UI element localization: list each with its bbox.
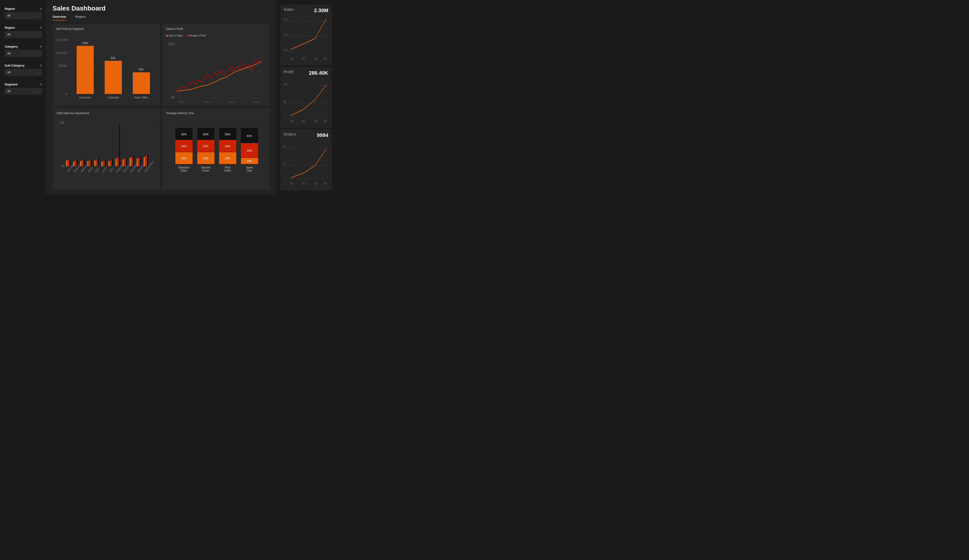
metric-card-profit: Profit 286.40K 100K 50K 2016 2017 2018 2… (280, 67, 331, 128)
tab-region[interactable]: Region (75, 15, 86, 20)
chart-avg-delivery: Average Delivery Time 33% 34% 33% Standa… (162, 108, 270, 190)
svg-text:2016: 2016 (290, 181, 293, 186)
filter-select-region-2[interactable]: All ⌄ (5, 31, 42, 38)
sales-metric-svg: 0.8M 0.6M 0.4M 2016 2017 2018 2019 (284, 15, 328, 63)
metric-profit-header: Profit 286.40K (284, 70, 328, 76)
svg-text:2016: 2016 (290, 56, 293, 60)
svg-text:0: 0 (66, 92, 67, 96)
svg-text:Second: Second (201, 166, 210, 169)
svg-rect-46 (110, 160, 112, 166)
svg-rect-52 (124, 158, 126, 166)
main-content: Sales Dashboard Overview Region Net Prof… (47, 0, 276, 195)
metric-orders-label: Orders (284, 132, 296, 136)
filter-subcategory: Sub-Category ∨ All ⌄ (5, 64, 42, 76)
metric-sales-chart: 0.8M 0.6M 0.4M 2016 2017 2018 2019 (284, 15, 328, 63)
tab-overview[interactable]: Overview (53, 15, 66, 20)
filter-label-category: Category ∨ (5, 45, 42, 48)
page-title: Sales Dashboard (53, 5, 270, 12)
down-arrow-5: ⌄ (37, 90, 39, 93)
down-arrow-2: ⌄ (37, 33, 39, 36)
svg-text:200K: 200K (168, 42, 175, 46)
svg-text:Class: Class (180, 169, 187, 172)
svg-text:34%: 34% (181, 145, 186, 148)
svg-text:Same: Same (246, 166, 253, 169)
chevron-icon-1: ∨ (40, 7, 42, 10)
metric-orders-value: 9994 (317, 132, 328, 138)
bar-corporate (105, 61, 122, 94)
svg-rect-47 (112, 159, 113, 166)
filter-select-region-1[interactable]: All ⌄ (5, 12, 42, 19)
orders-line (291, 149, 326, 178)
down-arrow-3: ⌄ (37, 52, 39, 55)
filter-select-category[interactable]: All ⌄ (5, 50, 42, 57)
svg-text:33%: 33% (225, 133, 230, 136)
svg-text:2017: 2017 (302, 56, 305, 60)
profit-line (291, 85, 326, 115)
chevron-icon-3: ∨ (40, 45, 42, 48)
net-profit-svg: 1,50,000 1,00,000 50,000 0 134K 92K 60K (56, 33, 156, 103)
chart-net-profit-title: Net Profit by Segment (56, 27, 156, 31)
svg-text:100K: 100K (284, 82, 287, 86)
filter-segment: Segment ∨ All ⌄ (5, 83, 42, 95)
sales-line (291, 19, 326, 50)
filter-select-subcategory[interactable]: All ⌄ (5, 69, 42, 76)
svg-text:First: First (225, 166, 230, 169)
chevron-icon-2: ∨ (40, 26, 42, 29)
sidebar: Region ∨ All ⌄ Region ∨ All ⌄ Category ∨ (0, 0, 47, 195)
svg-text:2017: 2017 (203, 101, 210, 103)
svg-rect-50 (119, 123, 120, 166)
down-arrow-4: ⌄ (37, 71, 39, 74)
svg-text:134K: 134K (82, 41, 88, 45)
filter-category: Category ∨ All ⌄ (5, 45, 42, 57)
filter-select-segment[interactable]: All ⌄ (5, 88, 42, 95)
charts-grid: Net Profit by Segment 1,50,000 1,00,000 … (53, 24, 270, 190)
chart-net-profit: Net Profit by Segment 1,50,000 1,00,000 … (53, 24, 160, 106)
svg-text:1,50,000: 1,50,000 (56, 38, 67, 42)
metric-orders-chart: 3K 2K 2016 2017 2018 2019 (284, 139, 328, 187)
svg-rect-36 (87, 161, 88, 166)
svg-rect-45 (108, 161, 110, 166)
svg-rect-38 (91, 160, 92, 166)
filter-label-subcategory: Sub-Category ∨ (5, 64, 42, 67)
chart-avg-delivery-title: Average Delivery Time (166, 111, 266, 115)
metric-profit-value: 286.40K (309, 70, 328, 76)
svg-text:2019: 2019 (323, 119, 327, 123)
svg-text:2018: 2018 (314, 56, 318, 60)
svg-text:2019: 2019 (253, 101, 260, 103)
svg-rect-39 (94, 161, 95, 166)
chart-avg-delivery-area: 33% 34% 33% Standard Class 34% 33% 33 (166, 117, 266, 187)
svg-text:20K: 20K (60, 121, 65, 125)
svg-text:2017: 2017 (302, 119, 305, 123)
svg-rect-37 (89, 160, 90, 166)
legend-sum-sales: Sum of Sales (166, 34, 183, 37)
svg-text:June: June (102, 165, 108, 173)
metric-orders-header: Orders 9994 (284, 132, 328, 138)
bar-consumer (77, 46, 94, 94)
svg-text:0K: 0K (171, 95, 175, 100)
svg-text:2016: 2016 (178, 101, 185, 103)
chart-sales-profit-area: Sum of Sales Average of Profit 200K (166, 33, 266, 103)
svg-rect-34 (82, 160, 83, 166)
chart-total-sales: Total Sales by Department 20K 0K (53, 108, 160, 190)
legend-dot-sales (166, 35, 168, 37)
svg-text:60K: 60K (139, 68, 144, 71)
svg-text:Consumer: Consumer (79, 96, 91, 99)
svg-text:Corporate: Corporate (108, 96, 119, 99)
svg-rect-31 (75, 161, 76, 166)
svg-text:Class: Class (202, 169, 209, 172)
svg-text:2018: 2018 (314, 181, 318, 186)
svg-text:33%: 33% (203, 145, 208, 148)
svg-rect-49 (117, 158, 118, 166)
chart-total-sales-title: Total Sales by Department (56, 111, 156, 115)
avg-delivery-svg: 33% 34% 33% Standard Class 34% 33% 33 (166, 117, 266, 187)
bar-homeoffice (133, 72, 150, 94)
svg-text:41%: 41% (246, 135, 252, 138)
svg-rect-28 (68, 160, 69, 166)
svg-text:50,000: 50,000 (58, 64, 67, 67)
svg-text:92K: 92K (111, 56, 116, 60)
metric-sales-header: Sales 2.30M (284, 7, 328, 13)
tabs-nav: Overview Region (53, 15, 270, 20)
chevron-icon-4: ∨ (40, 64, 42, 67)
svg-text:3K: 3K (284, 145, 286, 148)
metric-profit-label: Profit (284, 70, 293, 74)
